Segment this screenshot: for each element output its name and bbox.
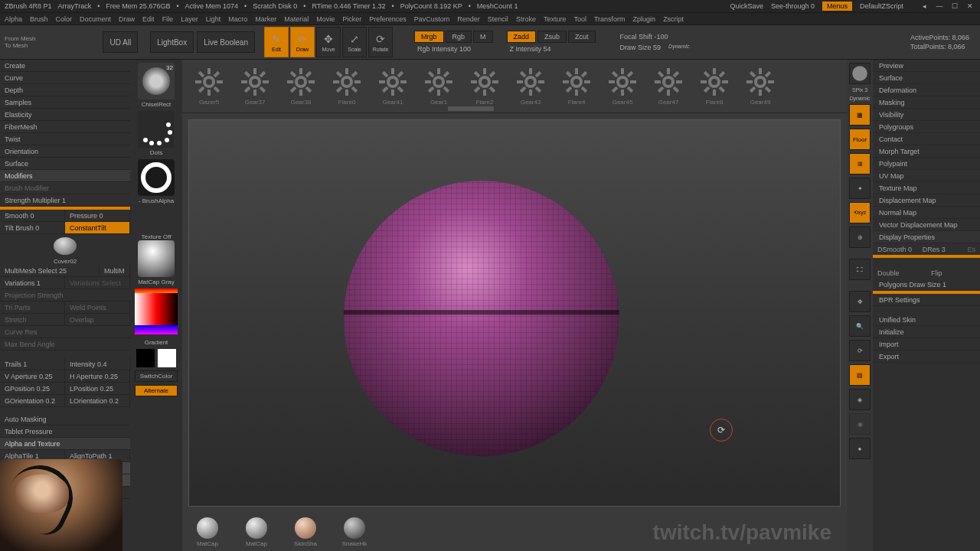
floor-button[interactable]: Floor	[849, 129, 871, 150]
transp-button[interactable]: ◈	[849, 389, 871, 410]
stretch[interactable]: Stretch	[0, 314, 65, 326]
ghost-button[interactable]: ◉	[849, 413, 871, 435]
frame-button[interactable]: ⛶	[849, 259, 871, 280]
defaultzscript-button[interactable]: DefaultZScript	[860, 2, 903, 10]
menu-file[interactable]: File	[162, 15, 174, 23]
right-item-polypaint[interactable]: Polypaint	[873, 158, 980, 170]
right-item-polygroups[interactable]: Polygroups	[873, 121, 980, 133]
right-item-surface[interactable]: Surface	[873, 72, 980, 84]
gear-preset-gear37[interactable]: Gear37	[236, 67, 274, 106]
auto-masking-header[interactable]: Auto Masking	[0, 413, 130, 425]
draw-tool-button[interactable]: ✏Draw	[290, 27, 315, 57]
menu-brush[interactable]: Brush	[30, 15, 48, 23]
menu-zplugin[interactable]: Zplugin	[633, 15, 656, 23]
right-item-unified-skin[interactable]: Unified Skin	[873, 314, 980, 326]
gear-preset-gear41[interactable]: Gear41	[374, 67, 412, 106]
menu-color[interactable]: Color	[56, 15, 73, 23]
multimesh-select-slider[interactable]: MultiMesh Select 25	[0, 265, 100, 277]
switch-color-button[interactable]: SwitchColor	[135, 370, 178, 382]
bpr-settings-row[interactable]: BPR Settings	[873, 294, 980, 306]
menu-render[interactable]: Render	[457, 15, 480, 23]
menu-pavcustom[interactable]: PavCustom	[414, 15, 450, 23]
menu-picker[interactable]: Picker	[342, 15, 361, 23]
menu-marker[interactable]: Marker	[255, 15, 276, 23]
gear-preset-gear47[interactable]: Gear47	[649, 67, 688, 106]
focal-shift-slider[interactable]: Focal Shift -100	[617, 32, 693, 41]
arrow-icon[interactable]: ◂	[919, 2, 929, 10]
texture-preview-icon[interactable]	[138, 240, 175, 277]
gear-preset-flare0[interactable]: Flare0	[328, 67, 366, 106]
strength-multiplier-slider[interactable]: Strength Multiplier 1	[0, 194, 130, 207]
menu-macro[interactable]: Macro	[228, 15, 247, 23]
left-item-orientation[interactable]: Orientation	[0, 145, 130, 158]
left-item-surface[interactable]: Surface	[0, 158, 130, 170]
constant-tilt-button[interactable]: ConstantTilt	[65, 222, 130, 234]
max-bend-angle[interactable]: Max Bend Angle	[0, 338, 130, 350]
menu-alpha[interactable]: Alpha	[5, 15, 22, 23]
tilt-brush-slider[interactable]: Tilt Brush 0	[0, 222, 65, 234]
right-item-texture-map[interactable]: Texture Map	[873, 182, 980, 194]
l-position-slider[interactable]: LPosition 0.25	[65, 383, 130, 395]
move-view-button[interactable]: ✥	[849, 291, 871, 312]
double-button[interactable]: Double	[873, 267, 926, 279]
tri-parts[interactable]: Tri Parts	[0, 302, 65, 314]
weld-points[interactable]: Weld Points	[65, 302, 130, 314]
rotate-view-button[interactable]: ⟳	[849, 340, 871, 361]
right-item-masking[interactable]: Masking	[873, 96, 980, 109]
pressure-slider[interactable]: Pressure 0	[65, 210, 130, 222]
g-orientation-slider[interactable]: GOrientation 0.2	[0, 395, 65, 407]
right-item-export[interactable]: Export	[873, 350, 980, 363]
cover-preview-icon[interactable]	[54, 237, 77, 255]
rotate-tool-button[interactable]: ⟳Rotate	[368, 27, 393, 57]
menu-zscript[interactable]: Zscript	[663, 15, 684, 23]
alternate-button[interactable]: Alternate	[135, 385, 178, 396]
menu-texture[interactable]: Texture	[544, 15, 567, 23]
left-item-samples[interactable]: Samples	[0, 96, 130, 109]
right-item-visibility[interactable]: Visibility	[873, 109, 980, 121]
ud-all-button[interactable]: UD All	[103, 31, 138, 53]
solo-button[interactable]: ●	[849, 438, 871, 459]
menu-document[interactable]: Document	[80, 15, 111, 23]
m-mode-button[interactable]: M	[473, 31, 493, 43]
polygons-draw-size-slider[interactable]: Polygons Draw Size 1	[873, 279, 980, 291]
viewport-canvas[interactable]	[188, 119, 841, 507]
tablet-pressure-header[interactable]: Tablet Pressure	[0, 425, 130, 438]
scale-tool-button[interactable]: ⤢Scale	[342, 27, 367, 57]
draw-size-slider[interactable]: Draw Size 59	[620, 44, 662, 51]
preset-scrollbar[interactable]	[448, 106, 494, 111]
right-item-preview[interactable]: Preview	[873, 60, 980, 72]
mrgb-mode-button[interactable]: Mrgb	[414, 31, 444, 43]
right-item-normal-map[interactable]: Normal Map	[873, 207, 980, 219]
lightbox-button[interactable]: LightBox	[150, 31, 194, 53]
left-item-twist[interactable]: Twist	[0, 133, 130, 145]
stroke-dots-icon[interactable]	[138, 111, 175, 148]
maximize-icon[interactable]: ☐	[949, 2, 960, 10]
menus-button[interactable]: Menus	[822, 2, 852, 11]
menu-transform[interactable]: Transform	[594, 15, 626, 23]
xyz-button[interactable]: ✦	[849, 178, 871, 199]
variations-slider[interactable]: Variations 1	[0, 277, 65, 289]
close-icon[interactable]: ✕	[965, 2, 975, 10]
polyframe-button[interactable]: ▤	[849, 364, 871, 386]
right-item-deformation[interactable]: Deformation	[873, 84, 980, 96]
quicksave-button[interactable]: QuickSave	[730, 2, 763, 10]
mesh-sphere[interactable]	[344, 181, 619, 456]
trails-slider[interactable]: Trails 1	[0, 358, 65, 370]
zadd-mode-button[interactable]: Zadd	[507, 31, 537, 43]
curve-res[interactable]: Curve Res	[0, 326, 130, 338]
projection-strength[interactable]: Projection Strength	[0, 289, 130, 302]
swatch-white[interactable]	[158, 349, 176, 367]
overlap[interactable]: Overlap	[65, 314, 130, 326]
gear-preset-gear49[interactable]: Gear49	[741, 67, 779, 106]
right-item-contact[interactable]: Contact	[873, 133, 980, 145]
menu-stroke[interactable]: Stroke	[516, 15, 536, 23]
right-item-morph-target[interactable]: Morph Target	[873, 145, 980, 158]
edit-tool-button[interactable]: ✎Edit	[264, 27, 289, 57]
l-orientation-slider[interactable]: LOrientation 0.2	[65, 395, 130, 407]
axis-button[interactable]: ⊕	[849, 227, 871, 248]
zcut-mode-button[interactable]: Zcut	[568, 31, 596, 43]
matcap-skinsha-2[interactable]: SkinSha	[288, 517, 323, 547]
zsub-mode-button[interactable]: Zsub	[537, 31, 567, 43]
gear-preset-gear1[interactable]: Gear1	[420, 67, 458, 106]
brush-modifier-row[interactable]: Brush Modifier	[0, 182, 130, 194]
